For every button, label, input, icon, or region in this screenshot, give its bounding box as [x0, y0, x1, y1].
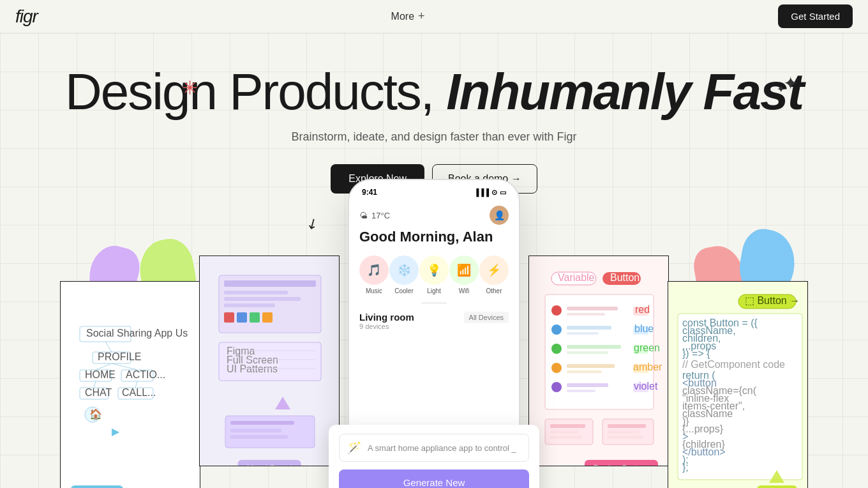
svg-point-46 [551, 305, 562, 316]
get-started-button[interactable]: Get Started [778, 4, 853, 28]
svg-rect-22 [224, 291, 288, 294]
svg-rect-53 [567, 332, 599, 335]
design-system-svg: Variable Button red [529, 256, 668, 466]
svg-text:▶: ▶ [112, 426, 120, 437]
navbar: figr More + Get Started [0, 0, 868, 33]
cooler-item: ❄️ Cooler [389, 255, 419, 294]
svg-text:// GetComponent code: // GetComponent code [682, 359, 785, 370]
starburst-small: ✦ [777, 83, 785, 95]
svg-text:🏠: 🏠 [89, 408, 102, 420]
ai-prompt-input-area[interactable]: 🪄 A smart home appliance app to control … [339, 434, 529, 462]
phone-time: 9:41 [362, 188, 377, 197]
wifi-icon: ⊙ [491, 188, 497, 197]
hero-title-part1: Design Products, [65, 63, 433, 120]
starburst-decoration: ✦ [783, 73, 798, 94]
other-icon-circle: ⚡ [479, 255, 509, 285]
all-devices-button[interactable]: All Devices [464, 312, 509, 323]
room-info: Living room 9 devices [359, 312, 414, 330]
svg-rect-76 [608, 424, 646, 428]
signal-icon: ▐▐▐ [474, 188, 489, 196]
svg-text:</button>: </button> [682, 446, 726, 457]
wifi-label: Wifi [459, 287, 470, 294]
svg-rect-28 [262, 312, 273, 323]
design-system-content: Variable Button red [529, 256, 668, 466]
userflow-content: Social Sharing App User flow PROFILE HOM… [61, 282, 200, 488]
more-menu[interactable]: More + [391, 10, 425, 23]
userflow-svg: Social Sharing App User flow PROFILE HOM… [61, 282, 188, 480]
svg-text:}) => {: }) => { [682, 348, 710, 359]
ai-prompt-placeholder: A smart home appliance app to control _ [368, 443, 521, 453]
svg-text:{...props}: {...props} [682, 423, 724, 434]
code-svg: ⬚ Button → const Button = ({ className, … [668, 282, 807, 488]
svg-text:CHAT: CHAT [85, 387, 112, 398]
ai-wand-icon: 🪄 [347, 441, 361, 455]
svg-text:red: red [635, 304, 650, 315]
svg-line-14 [112, 363, 137, 370]
svg-point-56 [551, 344, 562, 354]
svg-text:green: green [634, 342, 660, 353]
more-plus-icon: + [418, 10, 425, 23]
svg-rect-21 [224, 280, 316, 287]
phone-content: 🌤 17°C 👤 Good Morning, Alan 🎵 Music ❄️ C… [349, 199, 519, 339]
room-title: Living room [359, 312, 414, 323]
code-badge: Code [757, 485, 797, 488]
music-item: 🎵 Music [359, 255, 389, 294]
svg-line-12 [105, 342, 112, 352]
cooler-icon-circle: ❄️ [389, 255, 419, 285]
svg-rect-47 [567, 307, 618, 310]
more-label: More [391, 11, 414, 22]
phone-greeting: Good Morning, Alan [359, 229, 509, 245]
frame-userflow: Social Sharing App User flow PROFILE HOM… [60, 281, 200, 488]
svg-rect-63 [567, 370, 602, 373]
spark-decoration: ✳ [182, 77, 198, 99]
cooler-label: Cooler [394, 287, 413, 294]
hero-subtitle: Brainstorm, ideate, and design faster th… [13, 130, 855, 144]
svg-rect-25 [224, 312, 234, 323]
generate-new-button[interactable]: Generate New [339, 469, 529, 488]
svg-text:Button: Button [610, 272, 640, 283]
battery-icon: ▭ [500, 188, 506, 197]
svg-point-51 [551, 324, 562, 335]
living-room-section: Living room 9 devices All Devices [359, 312, 509, 330]
frame-design-system: Variable Button red [528, 255, 669, 466]
svg-text:Social Sharing App User flow: Social Sharing App User flow [86, 328, 188, 339]
weather-icon: 🌤 [359, 211, 368, 220]
svg-point-61 [551, 363, 562, 373]
frame-code: ⬚ Button → const Button = ({ className, … [668, 281, 808, 488]
moodboard-content: Figma Full Screen UI Patterns [200, 256, 339, 466]
svg-rect-67 [567, 383, 608, 387]
svg-rect-24 [224, 303, 275, 307]
code-content: ⬚ Button → const Button = ({ className, … [668, 282, 807, 488]
music-label: Music [366, 287, 382, 294]
svg-rect-26 [237, 312, 247, 323]
userflow-badge: User flow [71, 485, 123, 488]
music-icon-circle: 🎵 [359, 255, 389, 285]
moodboard-badge: Mood Board [238, 460, 301, 466]
svg-marker-36 [275, 397, 290, 409]
wifi-icon-circle: 📶 [449, 255, 479, 285]
svg-rect-58 [567, 351, 608, 354]
room-devices: 9 devices [359, 323, 414, 330]
svg-text:⬚ Button →: ⬚ Button → [745, 295, 800, 306]
svg-text:};: }; [682, 462, 689, 473]
frame-moodboard: Figma Full Screen UI Patterns Mood Board [199, 255, 340, 466]
svg-rect-73 [550, 431, 579, 434]
phone-status-bar: 9:41 ▐▐▐ ⊙ ▭ [349, 180, 519, 199]
temp-value: 17°C [371, 211, 390, 220]
other-label: Other [486, 287, 502, 294]
svg-rect-72 [550, 424, 585, 428]
svg-rect-68 [567, 390, 595, 392]
svg-rect-57 [567, 345, 621, 349]
user-avatar: 👤 [490, 206, 509, 225]
frame-phone-center: 9:41 ▐▐▐ ⊙ ▭ 🌤 17°C 👤 Good Morning, Alan [338, 217, 530, 485]
logo: figr [15, 6, 38, 27]
svg-text:violet: violet [634, 381, 658, 392]
svg-rect-52 [567, 326, 611, 330]
ai-prompt-overlay: 🪄 A smart home appliance app to control … [329, 425, 539, 488]
wifi-item: 📶 Wifi [449, 255, 479, 294]
svg-rect-27 [250, 312, 260, 323]
svg-text:ACTIO...: ACTIO... [126, 369, 165, 380]
phone-temp: 🌤 17°C 👤 [359, 206, 509, 225]
svg-rect-48 [567, 313, 605, 316]
phone-icons-row: 🎵 Music ❄️ Cooler 💡 Light 📶 Wifi [359, 255, 509, 294]
